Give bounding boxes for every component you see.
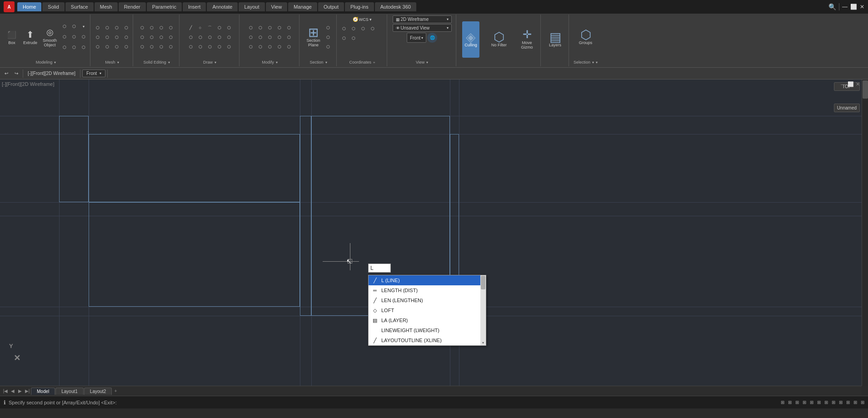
redo-btn[interactable]: ↪ bbox=[12, 70, 21, 77]
sg-btn-7[interactable]: ⬡ bbox=[60, 43, 69, 52]
front-dropdown[interactable]: Front ▾ bbox=[82, 70, 105, 77]
modeling-expand-arrow[interactable]: ▾ bbox=[54, 60, 56, 65]
status-grid-icon[interactable]: ⊞ bbox=[788, 400, 792, 405]
draw-btn-3[interactable]: ⌒ bbox=[205, 23, 215, 32]
mod-btn-5[interactable]: ⬡ bbox=[284, 23, 294, 32]
minimize-icon[interactable]: — bbox=[842, 4, 848, 10]
status-snap-icon[interactable]: ⊞ bbox=[781, 400, 784, 405]
view-expand-arrow[interactable]: ▾ bbox=[426, 60, 428, 65]
draw-btn-15[interactable]: ⬡ bbox=[224, 42, 234, 51]
se-btn-11[interactable]: ⬡ bbox=[157, 42, 166, 51]
tab-nav-last[interactable]: ▶| bbox=[24, 388, 31, 395]
coord-btn-4[interactable]: ⬡ bbox=[368, 24, 377, 33]
coord-btn-1[interactable]: ⬡ bbox=[339, 24, 349, 33]
draw-btn-1[interactable]: ╱ bbox=[186, 23, 195, 32]
mesh-btn-3[interactable]: ⬡ bbox=[112, 23, 121, 32]
tab-plugins[interactable]: Plug-ins bbox=[345, 2, 374, 11]
draw-btn-7[interactable]: ⬡ bbox=[196, 33, 205, 42]
tab-add-btn[interactable]: + bbox=[114, 388, 117, 393]
draw-btn-4[interactable]: ⬡ bbox=[215, 23, 224, 32]
front-view-dropdown[interactable]: Front ▾ bbox=[407, 33, 426, 43]
mod-btn-11[interactable]: ⬡ bbox=[246, 42, 255, 51]
selection-expand[interactable]: ▾ bbox=[592, 60, 594, 65]
se-btn-10[interactable]: ⬡ bbox=[147, 42, 156, 51]
coord-btn-5[interactable]: ⬡ bbox=[339, 34, 349, 43]
se-btn-2[interactable]: ⬡ bbox=[147, 23, 156, 32]
mod-btn-6[interactable]: ⬡ bbox=[246, 33, 255, 42]
draw-btn-9[interactable]: ⬡ bbox=[215, 33, 224, 42]
tab-nav-prev[interactable]: ◀ bbox=[9, 388, 16, 395]
mod-btn-12[interactable]: ⬡ bbox=[256, 42, 265, 51]
btn-smooth-object[interactable]: ◎ SmoothObject bbox=[40, 25, 59, 49]
tab-mesh[interactable]: Mesh bbox=[95, 2, 118, 11]
ac-item-lineweight[interactable]: LINEWEIGHT (LWEIGHT) bbox=[369, 325, 486, 335]
ac-item-len[interactable]: ╱ LEN (LENGTHEN) bbox=[369, 295, 486, 305]
se-btn-3[interactable]: ⬡ bbox=[157, 23, 166, 32]
solid-editing-expand-arrow[interactable]: ▾ bbox=[168, 60, 170, 65]
viewport-minimize-icon[interactable]: — bbox=[841, 81, 846, 87]
ac-item-l-line[interactable]: ╱ L (LINE) bbox=[369, 275, 486, 285]
se-btn-9[interactable]: ⬡ bbox=[138, 42, 147, 51]
btn-move-gizmo[interactable]: ✛ MoveGizmo bbox=[519, 21, 535, 58]
mod-btn-3[interactable]: ⬡ bbox=[265, 23, 274, 32]
right-scrollbar[interactable] bbox=[862, 80, 868, 386]
ac-item-length[interactable]: ═ LENGTH (DIST) bbox=[369, 285, 486, 295]
draw-btn-11[interactable]: ⬡ bbox=[186, 42, 195, 51]
sg-btn-5[interactable]: ⬡ bbox=[70, 32, 79, 41]
mod-btn-10[interactable]: ⬡ bbox=[284, 33, 294, 42]
tab-layout2[interactable]: Layout2 bbox=[84, 388, 112, 395]
ac-scrollbar[interactable]: ▾ bbox=[480, 275, 486, 345]
btn-groups[interactable]: ⬡ Groups bbox=[577, 19, 595, 55]
tab-surface[interactable]: Surface bbox=[65, 2, 94, 11]
tab-layout[interactable]: Layout bbox=[239, 2, 264, 11]
sg-btn-6[interactable]: ⬡ bbox=[79, 32, 88, 41]
btn-culling[interactable]: ◈ Culling bbox=[462, 21, 479, 58]
mod-btn-15[interactable]: ⬡ bbox=[284, 42, 294, 51]
sg-btn-3[interactable]: ▾ bbox=[79, 22, 88, 31]
tab-view[interactable]: View bbox=[266, 2, 288, 11]
btn-section-plane[interactable]: ⊞ SectionPlane bbox=[304, 19, 323, 55]
draw-btn-13[interactable]: ⬡ bbox=[205, 42, 215, 51]
ac-item-loft[interactable]: ◇ LOFT bbox=[369, 305, 486, 315]
status-polar-icon[interactable]: ⊞ bbox=[803, 400, 806, 405]
mod-btn-1[interactable]: ⬡ bbox=[246, 23, 255, 32]
sg-btn-4[interactable]: ⬡ bbox=[60, 32, 69, 41]
tab-manage[interactable]: Manage bbox=[288, 2, 317, 11]
se-btn-5[interactable]: ⬡ bbox=[138, 33, 147, 42]
sec-btn-1[interactable]: ⬡ bbox=[324, 23, 333, 32]
mod-btn-14[interactable]: ⬡ bbox=[275, 42, 284, 51]
se-btn-7[interactable]: ⬡ bbox=[157, 33, 166, 42]
draw-btn-12[interactable]: ⬡ bbox=[196, 42, 205, 51]
btn-layers[interactable]: ▤ Layers bbox=[547, 21, 564, 58]
mesh-btn-4[interactable]: ⬡ bbox=[122, 23, 131, 32]
sec-btn-3[interactable]: ⬡ bbox=[324, 42, 333, 51]
tab-autodesk360[interactable]: Autodesk 360 bbox=[375, 2, 416, 11]
tab-model[interactable]: Model bbox=[31, 388, 55, 395]
command-input[interactable] bbox=[368, 264, 391, 273]
sec-btn-2[interactable]: ⬡ bbox=[324, 33, 333, 42]
sg-btn-2[interactable]: ⬡ bbox=[70, 22, 79, 31]
coordinates-expand[interactable]: » bbox=[373, 60, 375, 65]
tab-insert[interactable]: Insert bbox=[183, 2, 206, 11]
draw-expand-arrow[interactable]: ▾ bbox=[215, 60, 216, 65]
status-ortho-icon[interactable]: ⊞ bbox=[795, 400, 799, 405]
status-tp-icon[interactable]: ⊞ bbox=[846, 400, 850, 405]
status-dyn-icon[interactable]: ⊞ bbox=[832, 400, 835, 405]
view-sphere-icon[interactable]: 🌐 bbox=[427, 33, 437, 43]
mod-btn-7[interactable]: ⬡ bbox=[256, 33, 265, 42]
selection-right-expand[interactable]: ▾ bbox=[596, 60, 598, 65]
status-osnap-icon[interactable]: ⊞ bbox=[810, 400, 813, 405]
mesh-btn-12[interactable]: ⬡ bbox=[122, 42, 131, 51]
section-expand-arrow[interactable]: ▾ bbox=[325, 60, 327, 65]
draw-btn-6[interactable]: ⬡ bbox=[186, 33, 195, 42]
modify-expand-arrow[interactable]: ▾ bbox=[276, 60, 278, 65]
sg-btn-1[interactable]: ⬡ bbox=[60, 22, 69, 31]
tab-nav-first[interactable]: |◀ bbox=[2, 388, 9, 395]
ac-item-la[interactable]: ▤ LA (LAYER) bbox=[369, 315, 486, 325]
ac-scroll-down[interactable]: ▾ bbox=[480, 340, 486, 345]
mesh-btn-10[interactable]: ⬡ bbox=[103, 42, 112, 51]
mesh-btn-6[interactable]: ⬡ bbox=[103, 33, 112, 42]
draw-btn-5[interactable]: ⬡ bbox=[224, 23, 234, 32]
undo-btn[interactable]: ↩ bbox=[2, 70, 11, 77]
search-icon[interactable]: 🔍 bbox=[828, 3, 836, 10]
